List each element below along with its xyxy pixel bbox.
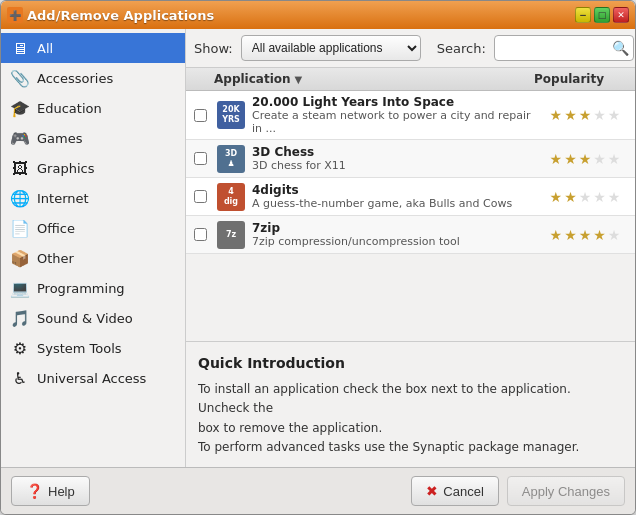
sidebar-label-other: Other xyxy=(37,251,74,266)
checkbox-3[interactable] xyxy=(194,190,207,203)
app-info-4: 7zip7zip compression/uncompression tool xyxy=(248,217,535,252)
right-buttons: ✖ Cancel Apply Changes xyxy=(411,476,625,506)
sidebar-item-all[interactable]: 🖥All xyxy=(1,33,185,63)
table-header: Application ▼ Popularity xyxy=(186,68,635,91)
search-clear-icon[interactable]: 🔍 xyxy=(612,40,629,56)
close-button[interactable]: ✕ xyxy=(613,7,629,23)
sidebar-item-sound-video[interactable]: 🎵Sound & Video xyxy=(1,303,185,333)
app-name-2: 3D Chess xyxy=(252,145,531,159)
sidebar: 🖥All📎Accessories🎓Education🎮Games🖼Graphic… xyxy=(1,29,186,467)
sidebar-label-accessories: Accessories xyxy=(37,71,113,86)
help-button[interactable]: ❓ Help xyxy=(11,476,90,506)
app-info-3: 4digitsA guess-the-number game, aka Bull… xyxy=(248,179,535,214)
help-icon: ❓ xyxy=(26,483,43,499)
sidebar-item-programming[interactable]: 💻Programming xyxy=(1,273,185,303)
sidebar-icon-office: 📄 xyxy=(9,217,31,239)
titlebar: ➕ Add/Remove Applications − □ ✕ xyxy=(1,1,635,29)
minimize-button[interactable]: − xyxy=(575,7,591,23)
sidebar-item-internet[interactable]: 🌐Internet xyxy=(1,183,185,213)
sort-arrow-icon[interactable]: ▼ xyxy=(295,74,303,85)
show-label: Show: xyxy=(194,41,233,56)
app-desc-4: 7zip compression/uncompression tool xyxy=(252,235,531,248)
sidebar-item-other[interactable]: 📦Other xyxy=(1,243,185,273)
show-select[interactable]: All available applicationsInstalled appl… xyxy=(241,35,421,61)
checkbox-1[interactable] xyxy=(194,109,207,122)
col-pop-header: Popularity xyxy=(519,72,619,86)
row-check-4 xyxy=(186,228,214,241)
app-icon-1: 20KYRS xyxy=(214,101,248,129)
sidebar-icon-universal-access: ♿ xyxy=(9,367,31,389)
app-icon-3: 4dig xyxy=(214,183,248,211)
app-desc-3: A guess-the-number game, aka Bulls and C… xyxy=(252,197,531,210)
app-table-wrapper: Application ▼ Popularity 20KYRS20.000 Li… xyxy=(186,68,635,341)
app-icon-2: 3D♟ xyxy=(214,145,248,173)
sidebar-icon-accessories: 📎 xyxy=(9,67,31,89)
table-row[interactable]: 20KYRS20.000 Light Years Into SpaceCreat… xyxy=(186,91,635,140)
row-check-2 xyxy=(186,152,214,165)
sidebar-item-accessories[interactable]: 📎Accessories xyxy=(1,63,185,93)
sidebar-label-office: Office xyxy=(37,221,75,236)
sidebar-icon-all: 🖥 xyxy=(9,37,31,59)
app-info-2: 3D Chess3D chess for X11 xyxy=(248,141,535,176)
app-list: 20KYRS20.000 Light Years Into SpaceCreat… xyxy=(186,91,635,341)
sidebar-label-games: Games xyxy=(37,131,82,146)
quick-intro-line2: box to remove the application. xyxy=(198,419,623,438)
table-scroll-container: 20KYRS20.000 Light Years Into SpaceCreat… xyxy=(186,91,635,341)
quick-intro: Quick Introduction To install an applica… xyxy=(186,341,635,467)
main-content: 🖥All📎Accessories🎓Education🎮Games🖼Graphic… xyxy=(1,29,635,467)
maximize-button[interactable]: □ xyxy=(594,7,610,23)
search-label: Search: xyxy=(437,41,486,56)
app-icon-4: 7z xyxy=(214,221,248,249)
sidebar-item-system-tools[interactable]: ⚙System Tools xyxy=(1,333,185,363)
titlebar-left: ➕ Add/Remove Applications xyxy=(7,7,214,23)
table-row[interactable]: 7z7zip7zip compression/uncompression too… xyxy=(186,216,635,254)
sidebar-icon-system-tools: ⚙ xyxy=(9,337,31,359)
app-pop-3: ★★★★★ xyxy=(535,189,635,205)
sidebar-label-all: All xyxy=(37,41,53,56)
cancel-button[interactable]: ✖ Cancel xyxy=(411,476,498,506)
app-pop-4: ★★★★★ xyxy=(535,227,635,243)
app-pop-1: ★★★★★ xyxy=(535,107,635,123)
app-desc-1: Create a steam network to power a city a… xyxy=(252,109,531,135)
bottom-bar: ❓ Help ✖ Cancel Apply Changes xyxy=(1,467,635,514)
sidebar-label-graphics: Graphics xyxy=(37,161,94,176)
sidebar-icon-programming: 💻 xyxy=(9,277,31,299)
titlebar-buttons: − □ ✕ xyxy=(575,7,629,23)
window-title: Add/Remove Applications xyxy=(27,8,214,23)
row-check-1 xyxy=(186,109,214,122)
sidebar-item-education[interactable]: 🎓Education xyxy=(1,93,185,123)
toolbar: Show: All available applicationsInstalle… xyxy=(186,29,635,68)
main-window: ➕ Add/Remove Applications − □ ✕ 🖥All📎Acc… xyxy=(0,0,636,515)
cancel-icon: ✖ xyxy=(426,483,438,499)
sidebar-item-games[interactable]: 🎮Games xyxy=(1,123,185,153)
checkbox-4[interactable] xyxy=(194,228,207,241)
sidebar-icon-sound-video: 🎵 xyxy=(9,307,31,329)
sidebar-item-universal-access[interactable]: ♿Universal Access xyxy=(1,363,185,393)
sidebar-label-system-tools: System Tools xyxy=(37,341,122,356)
right-panel: Show: All available applicationsInstalle… xyxy=(186,29,635,467)
sidebar-icon-education: 🎓 xyxy=(9,97,31,119)
sidebar-label-programming: Programming xyxy=(37,281,125,296)
sidebar-icon-games: 🎮 xyxy=(9,127,31,149)
app-name-1: 20.000 Light Years Into Space xyxy=(252,95,531,109)
sidebar-label-internet: Internet xyxy=(37,191,89,206)
app-info-1: 20.000 Light Years Into SpaceCreate a st… xyxy=(248,91,535,139)
checkbox-2[interactable] xyxy=(194,152,207,165)
apply-button[interactable]: Apply Changes xyxy=(507,476,625,506)
sidebar-item-graphics[interactable]: 🖼Graphics xyxy=(1,153,185,183)
sidebar-item-office[interactable]: 📄Office xyxy=(1,213,185,243)
quick-intro-title: Quick Introduction xyxy=(198,352,623,374)
col-app-header: Application ▼ xyxy=(214,72,519,86)
app-name-4: 7zip xyxy=(252,221,531,235)
sidebar-label-education: Education xyxy=(37,101,102,116)
sidebar-icon-graphics: 🖼 xyxy=(9,157,31,179)
app-icon: ➕ xyxy=(7,7,23,23)
table-row[interactable]: 3D♟3D Chess3D chess for X11★★★★★ xyxy=(186,140,635,178)
row-check-3 xyxy=(186,190,214,203)
sidebar-label-universal-access: Universal Access xyxy=(37,371,146,386)
table-row[interactable]: 4dig4digitsA guess-the-number game, aka … xyxy=(186,178,635,216)
sidebar-label-sound-video: Sound & Video xyxy=(37,311,133,326)
sidebar-icon-other: 📦 xyxy=(9,247,31,269)
app-pop-2: ★★★★★ xyxy=(535,151,635,167)
app-name-3: 4digits xyxy=(252,183,531,197)
